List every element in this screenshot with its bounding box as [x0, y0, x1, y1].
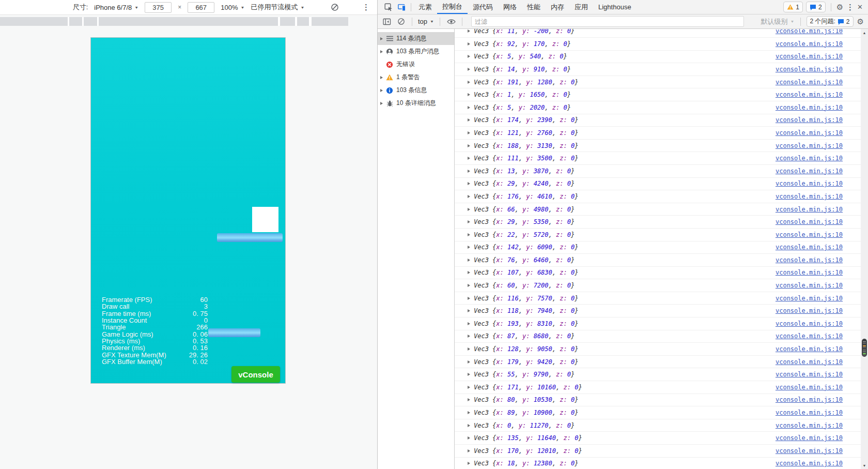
- expander-icon[interactable]: [468, 195, 470, 198]
- clear-console-icon[interactable]: [396, 15, 406, 28]
- zoom-select[interactable]: 100% ▼: [221, 4, 244, 11]
- expander-icon[interactable]: [468, 271, 470, 274]
- expander-icon[interactable]: [468, 259, 470, 262]
- expander-icon[interactable]: [468, 208, 470, 211]
- expander-icon[interactable]: [468, 233, 470, 236]
- expander-icon[interactable]: [468, 284, 470, 287]
- expander-icon[interactable]: [468, 386, 470, 389]
- expander-icon[interactable]: [468, 360, 470, 364]
- source-link[interactable]: vconsole.min.js:10: [776, 193, 843, 200]
- expander-icon[interactable]: [468, 297, 470, 300]
- sidebar-item-114 条消息[interactable]: 114 条消息: [378, 32, 454, 45]
- expander-icon[interactable]: [468, 157, 470, 160]
- block-icon[interactable]: [331, 3, 339, 13]
- expander-icon[interactable]: [468, 29, 470, 33]
- source-link[interactable]: vconsole.min.js:10: [776, 53, 843, 60]
- source-link[interactable]: vconsole.min.js:10: [776, 180, 843, 187]
- expander-icon[interactable]: [380, 50, 383, 53]
- source-link[interactable]: vconsole.min.js:10: [776, 29, 843, 35]
- sidebar-item-10 条详细消息[interactable]: 10 条详细消息: [378, 97, 454, 110]
- console-scrollbar[interactable]: ▲ ▼: [861, 29, 868, 469]
- expander-icon[interactable]: [380, 76, 383, 79]
- sidebar-item-103 条用户消息[interactable]: 103 条用户消息: [378, 45, 454, 58]
- console-filter-input[interactable]: [471, 16, 744, 27]
- source-link[interactable]: vconsole.min.js:10: [776, 384, 843, 391]
- source-link[interactable]: vconsole.min.js:10: [776, 269, 843, 276]
- expander-icon[interactable]: [468, 144, 470, 147]
- tab-性能[interactable]: 性能: [522, 0, 546, 14]
- expander-icon[interactable]: [468, 449, 470, 452]
- expander-icon[interactable]: [468, 347, 470, 351]
- source-link[interactable]: vconsole.min.js:10: [776, 142, 843, 149]
- close-devtools-icon[interactable]: ✕: [857, 3, 863, 11]
- source-link[interactable]: vconsole.min.js:10: [776, 129, 843, 137]
- source-link[interactable]: vconsole.min.js:10: [776, 307, 843, 314]
- expander-icon[interactable]: [468, 118, 470, 122]
- settings-gear-icon[interactable]: ⚙: [836, 3, 843, 11]
- source-link[interactable]: vconsole.min.js:10: [776, 40, 843, 48]
- expander-icon[interactable]: [380, 89, 383, 92]
- log-level-select[interactable]: 默认级别 ▼: [761, 17, 795, 26]
- expander-icon[interactable]: [380, 102, 383, 105]
- expander-icon[interactable]: [468, 182, 470, 185]
- sidebar-item-1 条警告[interactable]: 1 条警告: [378, 71, 454, 84]
- tab-内存[interactable]: 内存: [546, 0, 569, 14]
- source-link[interactable]: vconsole.min.js:10: [776, 104, 843, 111]
- expander-icon[interactable]: [468, 424, 470, 427]
- expander-icon[interactable]: [468, 373, 470, 376]
- expander-icon[interactable]: [468, 55, 470, 58]
- source-link[interactable]: vconsole.min.js:10: [776, 396, 843, 403]
- source-link[interactable]: vconsole.min.js:10: [776, 256, 843, 264]
- source-link[interactable]: vconsole.min.js:10: [776, 409, 843, 416]
- toggle-device-toolbar-icon[interactable]: [395, 1, 409, 14]
- console-sidebar-toggle-icon[interactable]: [382, 15, 392, 28]
- expander-icon[interactable]: [468, 81, 470, 84]
- source-link[interactable]: vconsole.min.js:10: [776, 282, 843, 289]
- source-link[interactable]: vconsole.min.js:10: [776, 79, 843, 86]
- expander-icon[interactable]: [468, 42, 470, 46]
- eye-icon[interactable]: [446, 15, 456, 28]
- context-select[interactable]: top ▼: [418, 18, 434, 25]
- tab-元素[interactable]: 元素: [413, 0, 437, 14]
- messages-badge[interactable]: 2: [806, 2, 826, 12]
- expander-icon[interactable]: [468, 322, 470, 325]
- source-link[interactable]: vconsole.min.js:10: [776, 244, 843, 251]
- source-link[interactable]: vconsole.min.js:10: [776, 91, 843, 98]
- source-link[interactable]: vconsole.min.js:10: [776, 116, 843, 124]
- expander-icon[interactable]: [468, 131, 470, 134]
- source-link[interactable]: vconsole.min.js:10: [776, 206, 843, 213]
- expander-icon[interactable]: [468, 220, 470, 223]
- expander-icon[interactable]: [468, 335, 470, 338]
- expander-icon[interactable]: [468, 170, 470, 173]
- source-link[interactable]: vconsole.min.js:10: [776, 358, 843, 366]
- expander-icon[interactable]: [468, 68, 470, 71]
- source-link[interactable]: vconsole.min.js:10: [776, 66, 843, 73]
- source-link[interactable]: vconsole.min.js:10: [776, 345, 843, 353]
- scroll-down-icon[interactable]: ▼: [861, 462, 868, 469]
- viewport-height-input[interactable]: [188, 2, 214, 13]
- expander-icon[interactable]: [468, 309, 470, 312]
- viewport-width-input[interactable]: [145, 2, 172, 13]
- tab-应用[interactable]: 应用: [569, 0, 593, 14]
- game-viewport[interactable]: Framerate (FPS)60Draw call3Frame time (m…: [91, 38, 285, 383]
- source-link[interactable]: vconsole.min.js:10: [776, 295, 843, 302]
- source-link[interactable]: vconsole.min.js:10: [776, 447, 843, 455]
- source-link[interactable]: vconsole.min.js:10: [776, 218, 843, 225]
- expander-icon[interactable]: [380, 37, 383, 40]
- source-link[interactable]: vconsole.min.js:10: [776, 422, 843, 429]
- throttling-select[interactable]: 已停用节流模式 ▼: [251, 3, 304, 12]
- source-link[interactable]: vconsole.min.js:10: [776, 434, 843, 442]
- source-link[interactable]: vconsole.min.js:10: [776, 155, 843, 162]
- vconsole-button[interactable]: vConsole: [231, 366, 280, 383]
- expander-icon[interactable]: [468, 411, 470, 414]
- sidebar-item-无错误[interactable]: 无错误: [378, 58, 454, 71]
- expander-icon[interactable]: [468, 462, 470, 465]
- scroll-up-icon[interactable]: ▲: [861, 29, 868, 36]
- tab-Lighthouse[interactable]: Lighthouse: [593, 0, 637, 14]
- expander-icon[interactable]: [468, 398, 470, 401]
- expander-icon[interactable]: [468, 106, 470, 109]
- source-link[interactable]: vconsole.min.js:10: [776, 332, 843, 340]
- inspect-element-icon[interactable]: [382, 1, 395, 14]
- console-settings-gear-icon[interactable]: ⚙: [857, 18, 864, 25]
- warnings-badge[interactable]: 1: [783, 2, 803, 12]
